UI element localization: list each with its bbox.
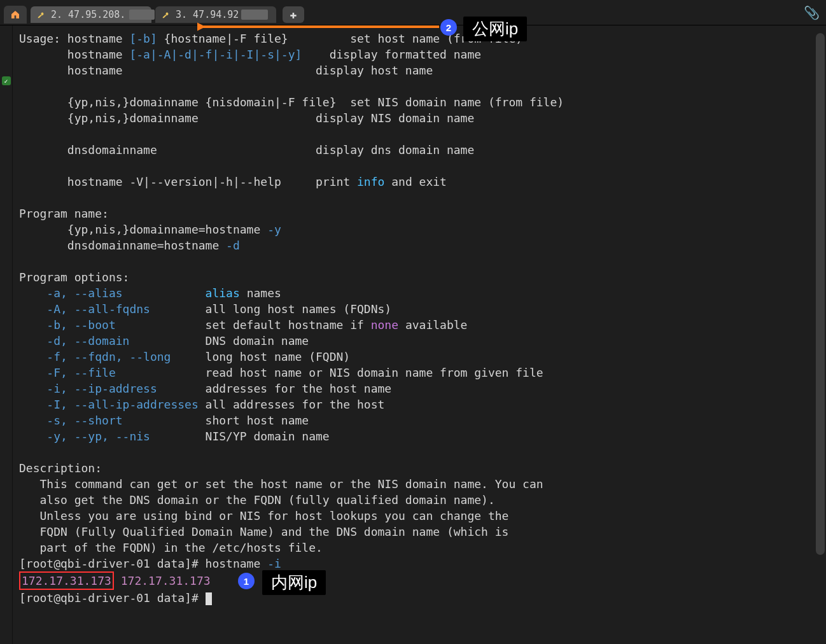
left-sidebar: ✓ — [0, 25, 13, 644]
shell-prompt: [root@qbi-driver-01 data]# — [19, 591, 206, 605]
program-name-header: Program name: — [19, 207, 109, 220]
annotation-label-private-ip: 内网ip — [262, 570, 326, 595]
tab-session-1[interactable]: 2. 47.95.208. × — [31, 6, 151, 23]
home-tab[interactable] — [4, 6, 27, 24]
annotation-arrow — [197, 15, 452, 41]
usage-header: Usage: — [19, 32, 60, 45]
annotation-badge-2: 2 — [440, 19, 457, 36]
tab-label: 2. 47.95.208. — [51, 9, 125, 20]
key-icon — [162, 10, 171, 19]
ip-output: 172.17.31.173 — [121, 574, 211, 587]
redaction-mask — [129, 10, 155, 20]
shell-prompt: [root@qbi-driver-01 data]# hostname — [19, 557, 267, 570]
annotation-label-public-ip: 公网ip — [463, 17, 527, 41]
scrollbar[interactable] — [816, 33, 825, 555]
annotation-badge-1: 1 — [238, 573, 255, 589]
terminal-output[interactable]: Usage: hostname [-b] {hostname|-F file} … — [13, 25, 826, 644]
key-icon — [37, 10, 46, 19]
status-indicator: ✓ — [2, 76, 11, 85]
description-header: Description: — [19, 461, 102, 475]
terminal-cursor — [206, 592, 212, 605]
home-icon — [10, 10, 20, 20]
program-options-header: Program options: — [19, 270, 129, 284]
paperclip-icon[interactable]: 📎 — [804, 5, 820, 20]
highlighted-ip: 172.17.31.173 — [19, 571, 114, 590]
